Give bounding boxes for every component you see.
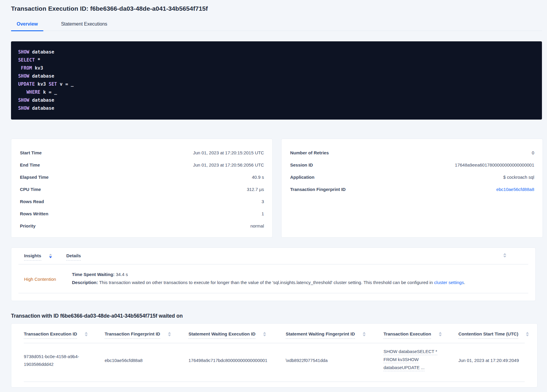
summary-row-retries: Number of Retries 0 [290, 147, 534, 159]
sql-token: database [29, 73, 54, 79]
sort-icon[interactable] [526, 332, 529, 336]
sql-token: * [35, 57, 40, 63]
col-header-transaction-execution[interactable]: Transaction Execution [383, 331, 458, 339]
summary-row-rows-written: Rows Written 1 [20, 208, 264, 220]
row-label: Transaction Fingerprint ID [290, 187, 346, 192]
cell-txn-execution-id: 9738d051-bc0e-4158-a9b4-1903586ddd42 [24, 353, 105, 368]
summary-cards-row: Start Time Jun 01, 2023 at 17:20:15:2015… [11, 139, 543, 238]
cluster-settings-link[interactable]: cluster settings [434, 280, 464, 285]
execution-summary-card: Start Time Jun 01, 2023 at 17:20:15:2015… [11, 139, 273, 238]
insight-description: Description: This transaction waited on … [72, 278, 465, 286]
transaction-details-page: Transaction Execution ID: f6be6366-da03-… [0, 0, 547, 388]
sort-icon[interactable] [503, 253, 506, 258]
sql-line: FROM kv3 [18, 64, 535, 72]
summary-row-rows-read: Rows Read 3 [20, 195, 264, 208]
col-header-txn-execution-id[interactable]: Transaction Execution ID [24, 331, 105, 339]
insights-table-header: Insights Details [18, 253, 528, 261]
sql-token: kv3 [32, 65, 43, 71]
transaction-fingerprint-link[interactable]: ebc10ae56cfd88a8 [496, 187, 534, 192]
sort-icon[interactable] [85, 332, 88, 336]
sql-line: SHOW database [18, 72, 535, 80]
row-label: Number of Retries [290, 150, 329, 155]
row-value: 1 [262, 211, 264, 216]
sql-token [18, 65, 21, 71]
table-row: 9738d051-bc0e-4158-a9b4-1903586ddd42 ebc… [24, 343, 537, 377]
page-title: Transaction Execution ID: f6be6366-da03-… [11, 0, 547, 12]
tab-statement-executions[interactable]: Statement Executions [55, 21, 113, 31]
sql-token: database [29, 49, 54, 55]
row-label: Rows Read [20, 199, 44, 204]
cell-transaction-execution[interactable]: SHOW databaseSELECT * FROM kv3SHOW datab… [383, 348, 458, 372]
sql-token [18, 90, 26, 95]
sort-icon[interactable] [439, 332, 442, 336]
sql-token: k = _ [40, 90, 57, 95]
sql-token: WHERE [26, 90, 40, 95]
row-label: End Time [20, 162, 40, 167]
tab-bar: Overview Statement Executions [11, 21, 542, 31]
tab-overview[interactable]: Overview [11, 21, 43, 31]
summary-row-start-time: Start Time Jun 01, 2023 at 17:20:15:2015… [20, 147, 264, 159]
sort-icon[interactable] [363, 332, 366, 336]
sort-icon[interactable] [263, 332, 266, 336]
sql-token: SHOW [18, 106, 29, 111]
insight-type-badge: High Contention [18, 270, 72, 286]
sql-token: kv3 [35, 81, 49, 87]
sql-token: UPDATE [18, 81, 35, 87]
sql-line: SHOW database [18, 104, 535, 112]
waited-on-table-header: Transaction Execution ID Transaction Fin… [24, 331, 537, 339]
insight-details: Time Spent Waiting: 34.4 s Description: … [72, 270, 465, 286]
row-value: 17648a9eea6017800000000000000001 [455, 162, 534, 167]
row-label: CPU Time [20, 187, 41, 192]
col-header-stmt-waiting-fingerprint-id[interactable]: Statement Waiting Fingerprint ID [286, 331, 383, 339]
sql-statements-box: SHOW database SELECT * FROM kv3 SHOW dat… [11, 41, 542, 120]
sort-icon[interactable] [49, 254, 52, 258]
waited-on-heading: Transaction with ID f6be6366-da03-48de-a… [11, 313, 547, 319]
summary-row-session-id: Session ID 17648a9eea6017800000000000000… [290, 159, 534, 171]
row-value: $ cockroach sql [503, 175, 534, 180]
row-label: Priority [20, 223, 36, 228]
sql-token: v = _ [57, 81, 74, 87]
sql-line: SHOW database [18, 96, 535, 104]
insights-table-card: Insights Details High Contention Time Sp… [11, 247, 536, 301]
col-header-txn-fingerprint-id[interactable]: Transaction Fingerprint ID [105, 331, 188, 339]
sql-token: database [29, 106, 54, 111]
sql-token: SELECT [18, 57, 35, 63]
sql-line: UPDATE kv3 SET v = _ [18, 80, 535, 88]
cell-stmt-waiting-execution-id: 176498a9c717bdc80000000000000001 [188, 357, 286, 364]
cell-contention-start-time: Jun 01, 2023 at 17:20:49:2049 [458, 357, 537, 364]
row-value: normal [250, 223, 264, 228]
sql-line: SELECT * [18, 56, 535, 64]
session-summary-card: Number of Retries 0 Session ID 17648a9ee… [281, 139, 543, 238]
row-label: Rows Written [20, 211, 48, 216]
sort-icon[interactable] [168, 332, 171, 336]
sql-token: SHOW [18, 49, 29, 55]
insight-row: High Contention Time Spent Waiting: 34.4… [18, 264, 528, 293]
cell-txn-fingerprint-id: ebc10ae56cfd88a8 [105, 357, 188, 364]
row-value: 0 [532, 150, 534, 155]
insights-column-header[interactable]: Insights [18, 253, 66, 261]
row-label: Application [290, 175, 315, 180]
row-label: Elapsed Time [20, 175, 48, 180]
sql-line: WHERE k = _ [18, 88, 535, 96]
col-header-contention-start-time[interactable]: Contention Start Time (UTC) [458, 331, 537, 339]
transaction-execution-preview[interactable]: databaseUPDATE ... [383, 364, 425, 371]
summary-row-priority: Priority normal [20, 220, 264, 232]
waited-on-table-card: Transaction Execution ID Transaction Fin… [11, 323, 537, 388]
row-value: 40.9 s [252, 175, 264, 180]
transaction-execution-preview[interactable]: SHOW databaseSELECT * [383, 348, 437, 355]
summary-row-cpu-time: CPU Time 312.7 µs [20, 183, 264, 195]
sql-token: SHOW [18, 98, 29, 103]
summary-row-elapsed-time: Elapsed Time 40.9 s [20, 171, 264, 183]
sql-token: SET [49, 81, 57, 87]
sql-token: SHOW [18, 73, 29, 79]
details-column-header[interactable]: Details [66, 253, 81, 261]
row-value: 3 [262, 199, 264, 204]
row-value: Jun 01, 2023 at 17:20:15:2015 UTC [193, 150, 264, 155]
sql-line: SHOW database [18, 48, 535, 56]
summary-row-end-time: End Time Jun 01, 2023 at 17:20:56:2056 U… [20, 159, 264, 171]
row-label: Start Time [20, 150, 42, 155]
transaction-execution-preview[interactable]: FROM kv3SHOW [383, 356, 419, 363]
sql-token: FROM [21, 65, 32, 71]
col-header-stmt-waiting-execution-id[interactable]: Statement Waiting Execution ID [188, 331, 286, 339]
row-value: 312.7 µs [247, 187, 264, 192]
